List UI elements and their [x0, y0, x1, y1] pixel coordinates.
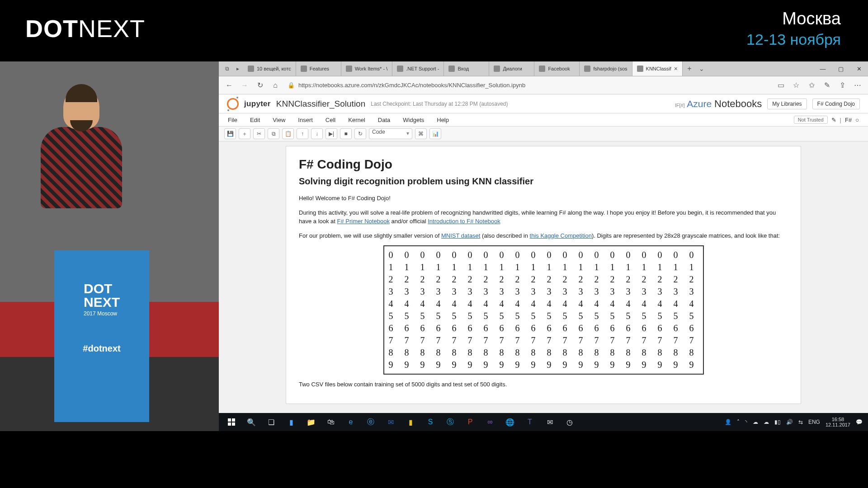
menu-insert[interactable]: Insert — [298, 117, 313, 123]
tray-cloud-icon[interactable]: ☁ — [753, 419, 758, 425]
chart-button[interactable]: 📊 — [429, 128, 441, 139]
app-edge-icon[interactable]: e — [341, 413, 361, 431]
tray-clock[interactable]: 16:58 12.11.2017 — [826, 417, 850, 427]
trust-indicator[interactable]: Not Trusted — [794, 116, 828, 124]
notebook-name[interactable]: KNNClassifier_Solution — [276, 99, 365, 109]
favorite-icon[interactable]: ☆ — [789, 79, 803, 92]
link-kaggle[interactable]: this Kaggle Competition — [530, 232, 592, 239]
tab-side-left-icon[interactable]: ⧉ — [222, 61, 232, 76]
refresh-button[interactable]: ↻ — [253, 79, 267, 92]
menu-view[interactable]: View — [273, 117, 285, 123]
menu-cell[interactable]: Cell — [326, 117, 335, 123]
new-tab-button[interactable]: + — [683, 61, 696, 76]
app-ie-icon[interactable]: ⓔ — [361, 413, 381, 431]
forward-button[interactable]: → — [238, 79, 251, 92]
tab-side-right-icon[interactable]: ▸ — [232, 61, 243, 76]
copy-button[interactable]: ⧉ — [268, 128, 279, 139]
menu-file[interactable]: File — [228, 117, 237, 123]
tab-8[interactable]: fsharpdojo (sos — [580, 61, 632, 76]
taskview-icon[interactable]: ❏ — [261, 413, 281, 431]
tab-2[interactable]: Features — [296, 61, 341, 76]
tab-label: Вход — [458, 66, 469, 71]
tray-volume-icon[interactable]: 🔊 — [786, 419, 793, 425]
app-mail-icon[interactable]: ✉ — [540, 413, 560, 431]
cut-button[interactable]: ✂ — [253, 128, 265, 139]
url-field[interactable]: 🔒 https://notebooks.azure.com/n/zkGmdcJK… — [284, 82, 772, 89]
jupyter-header: jupyter KNNClassifier_Solution Last Chec… — [219, 94, 868, 113]
my-libraries-button[interactable]: My Libraries — [767, 99, 807, 109]
app-store-icon[interactable]: 🛍 — [321, 413, 341, 431]
app-vs-icon[interactable]: ∞ — [480, 413, 500, 431]
notes-icon[interactable]: ✎ — [820, 79, 834, 92]
letterbox-bottom — [0, 431, 868, 488]
minimize-button[interactable]: — — [814, 61, 832, 76]
paste-button[interactable]: 📋 — [282, 128, 294, 139]
app-teams-icon[interactable]: T — [520, 413, 540, 431]
tray-notifications-icon[interactable]: 💬 — [856, 419, 863, 425]
close-window-button[interactable]: ✕ — [850, 61, 868, 76]
menu-kernel[interactable]: Kernel — [348, 117, 365, 123]
tab-1[interactable]: 10 вещей, котс — [243, 61, 296, 76]
app-powerpoint-icon[interactable]: P — [460, 413, 480, 431]
markdown-cell[interactable]: F# Coding Dojo Solving digit recognition… — [286, 146, 801, 404]
app-skype-biz-icon[interactable]: Ⓢ — [440, 413, 460, 431]
tab-4[interactable]: .NET Support - — [392, 61, 444, 76]
tray-lang[interactable]: ENG — [808, 419, 820, 425]
search-icon[interactable]: 🔍 — [241, 413, 261, 431]
back-button[interactable]: ← — [222, 79, 236, 92]
run-button[interactable]: ▶| — [326, 128, 337, 139]
move-down-button[interactable]: ↓ — [311, 128, 323, 139]
menu-widgets[interactable]: Widgets — [403, 117, 424, 123]
restart-button[interactable]: ↻ — [354, 128, 366, 139]
menu-data[interactable]: Data — [378, 117, 390, 123]
link-primer[interactable]: F# Primer Notebook — [337, 218, 390, 225]
tray-people-icon[interactable]: 👤 — [725, 419, 731, 425]
app-fileexplorer-icon[interactable]: 📁 — [301, 413, 321, 431]
save-button[interactable]: 💾 — [224, 128, 236, 139]
svg-rect-2 — [228, 422, 231, 426]
app-notes-icon[interactable]: ▮ — [401, 413, 420, 431]
app-explorer-icon[interactable]: ▮ — [281, 413, 301, 431]
app-outlook-icon[interactable]: ✉ — [381, 413, 401, 431]
conference-header: DOTNEXT Москва 12-13 ноября — [0, 0, 868, 61]
tab-6[interactable]: Диалоги — [489, 61, 534, 76]
tab-7[interactable]: Facebook — [534, 61, 580, 76]
command-palette-button[interactable]: ⌘ — [415, 128, 427, 139]
tray-up-icon[interactable]: ˄ — [737, 419, 740, 425]
notebook-body[interactable]: F# Coding Dojo Solving digit recognition… — [219, 141, 868, 413]
tab-5[interactable]: Вход — [444, 61, 489, 76]
link-mnist[interactable]: MNIST dataset — [441, 232, 480, 239]
speaker-camera: DOT NEXT 2017 Moscow #dotnext — [0, 61, 219, 431]
edit-icon[interactable]: ✎ — [831, 117, 836, 123]
app-misc-icon[interactable]: ◷ — [560, 413, 580, 431]
menu-help[interactable]: Help — [437, 117, 449, 123]
breadcrumb-button[interactable]: F# Coding Dojo — [812, 99, 860, 109]
app-globe-icon[interactable]: 🌐 — [500, 413, 520, 431]
tab-9-active[interactable]: KNNClassif× — [632, 61, 683, 76]
conf-city: Москва — [782, 9, 841, 28]
app-skype-icon[interactable]: S — [420, 413, 440, 431]
maximize-button[interactable]: ▢ — [832, 61, 850, 76]
tab-3[interactable]: Work Items* - \ — [341, 61, 393, 76]
home-button[interactable]: ⌂ — [269, 79, 282, 92]
menu-edit[interactable]: Edit — [250, 117, 260, 123]
more-icon[interactable]: ⋯ — [851, 79, 864, 92]
tab-label: fsharpdojo (sos — [593, 66, 627, 71]
tray-wifi-icon[interactable]: ◝ — [745, 419, 747, 425]
tray-onedrive-icon[interactable]: ☁ — [764, 419, 769, 425]
tray-network-icon[interactable]: ⇆ — [798, 419, 803, 425]
celltype-select[interactable]: Code — [369, 128, 412, 139]
link-intro[interactable]: Introduction to F# Notebook — [428, 218, 500, 225]
tab-overflow-icon[interactable]: ⌄ — [696, 61, 707, 76]
podium: DOT NEXT 2017 Moscow #dotnext — [54, 250, 149, 422]
close-tab-icon[interactable]: × — [674, 65, 678, 72]
start-button[interactable] — [222, 413, 241, 431]
add-cell-button[interactable]: ＋ — [239, 128, 250, 139]
move-up-button[interactable]: ↑ — [297, 128, 308, 139]
reading-view-icon[interactable]: ▭ — [774, 79, 788, 92]
favorites-hub-icon[interactable]: ✩ — [805, 79, 818, 92]
share-icon[interactable]: ⇪ — [835, 79, 849, 92]
podium-hashtag: #dotnext — [83, 343, 120, 354]
stop-button[interactable]: ■ — [340, 128, 352, 139]
tray-battery-icon[interactable]: ▮▯ — [774, 419, 781, 425]
